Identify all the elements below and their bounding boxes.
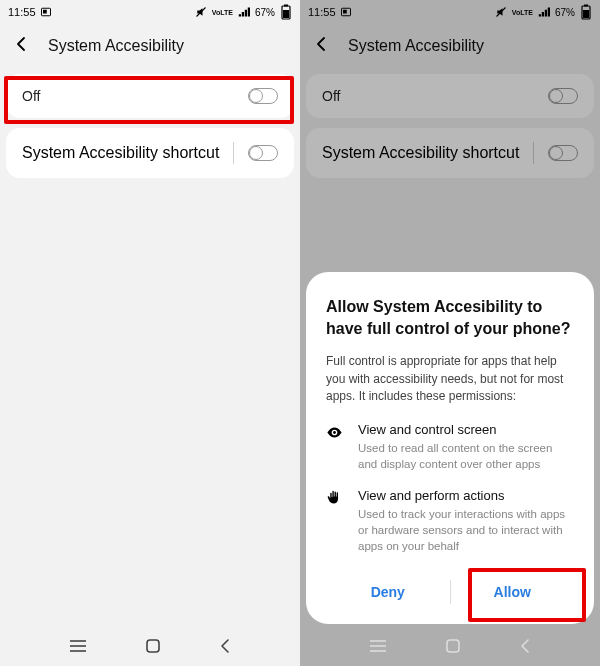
nav-back-icon[interactable] [518,638,532,654]
toggle-switch[interactable] [248,88,278,104]
app-header: System Accesibility [0,24,300,68]
shortcut-label: System Accesibility shortcut [322,144,519,162]
status-time: 11:55 [8,6,36,18]
signal-icon [238,6,250,18]
home-icon[interactable] [445,638,461,654]
phone-screen-right: 11:55 VoLTE 67% System Accesibility [300,0,600,666]
battery-icon [580,6,592,18]
mute-icon [195,6,207,18]
battery-icon [280,6,292,18]
shortcut-row[interactable]: System Accesibility shortcut [306,128,594,178]
nav-back-icon[interactable] [218,638,232,654]
nav-bar [0,626,300,666]
accessibility-toggle-row[interactable]: Off [306,74,594,118]
battery-pct: 67% [555,7,575,18]
divider [233,142,234,164]
app-header: System Accesibility [300,24,600,68]
network-label: VoLTE [212,9,233,16]
recents-icon[interactable] [68,639,88,653]
toggle-label: Off [322,88,340,104]
home-icon[interactable] [145,638,161,654]
toggle-label: Off [22,88,40,104]
page-title: System Accesibility [348,37,484,55]
status-bar: 11:55 VoLTE 67% [0,0,300,24]
permission-item-view: View and control screen Used to read all… [326,422,574,472]
svg-rect-4 [284,5,288,7]
battery-pct: 67% [255,7,275,18]
permission-dialog: Allow System Accesibility to have full c… [306,272,594,624]
dialog-title: Allow System Accesibility to have full c… [326,296,574,339]
status-time: 11:55 [308,6,336,18]
allow-button[interactable]: Allow [451,570,575,614]
svg-rect-15 [583,10,589,18]
svg-rect-20 [447,640,459,652]
screenshot-icon [340,6,352,18]
dialog-buttons: Deny Allow [326,570,574,614]
svg-rect-5 [283,10,289,18]
permission-item-actions: View and perform actions Used to track y… [326,488,574,554]
svg-rect-14 [584,5,588,7]
svg-rect-1 [43,10,47,14]
back-icon[interactable] [314,36,330,56]
permission-label: View and control screen [358,422,574,437]
network-label: VoLTE [512,9,533,16]
eye-icon [326,422,344,472]
permission-sub: Used to read all content on the screen a… [358,440,574,472]
phone-screen-left: 11:55 VoLTE 67% System Accesibility [0,0,300,666]
permission-label: View and perform actions [358,488,574,503]
mute-icon [495,6,507,18]
status-bar: 11:55 VoLTE 67% [300,0,600,24]
svg-point-16 [333,431,336,434]
recents-icon[interactable] [368,639,388,653]
screenshot-icon [40,6,52,18]
nav-bar [300,626,600,666]
shortcut-toggle[interactable] [548,145,578,161]
deny-button[interactable]: Deny [326,570,450,614]
shortcut-row[interactable]: System Accesibility shortcut [6,128,294,178]
svg-rect-11 [343,10,347,14]
divider [533,142,534,164]
svg-rect-9 [147,640,159,652]
dialog-description: Full control is appropriate for apps tha… [326,353,574,405]
shortcut-label: System Accesibility shortcut [22,144,219,162]
back-icon[interactable] [14,36,30,56]
permission-sub: Used to track your interactions with app… [358,506,574,554]
signal-icon [538,6,550,18]
shortcut-toggle[interactable] [248,145,278,161]
toggle-switch[interactable] [548,88,578,104]
page-title: System Accesibility [48,37,184,55]
accessibility-toggle-row[interactable]: Off [6,74,294,118]
hand-icon [326,488,344,554]
